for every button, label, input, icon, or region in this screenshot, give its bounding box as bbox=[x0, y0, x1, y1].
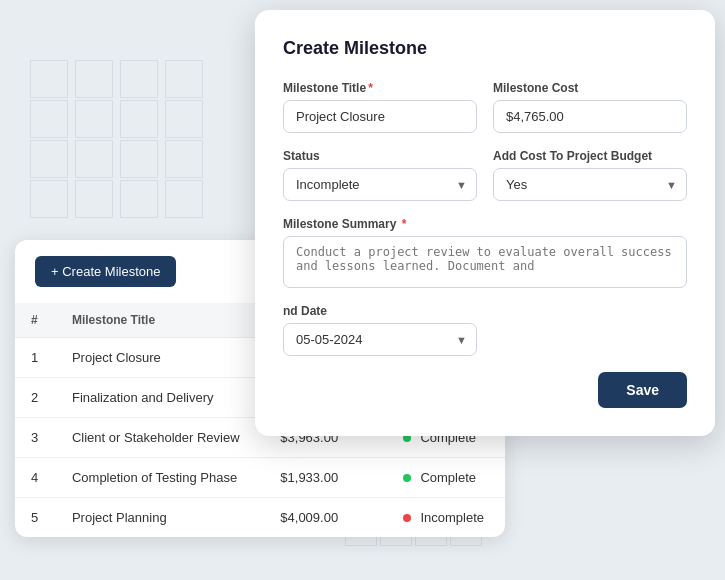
background-grid-top bbox=[30, 60, 210, 220]
row-num: 5 bbox=[15, 498, 56, 538]
row-title: Finalization and Delivery bbox=[56, 378, 264, 418]
form-row-2: Status Incomplete Complete ▼ Add Cost To… bbox=[283, 149, 687, 201]
col-title: Milestone Title bbox=[56, 303, 264, 338]
milestone-cost-group: Milestone Cost bbox=[493, 81, 687, 133]
modal-title: Create Milestone bbox=[283, 38, 687, 59]
status-dot bbox=[403, 514, 411, 522]
row-num: 1 bbox=[15, 338, 56, 378]
status-select-wrapper: Incomplete Complete ▼ bbox=[283, 168, 477, 201]
milestone-cost-input[interactable] bbox=[493, 100, 687, 133]
add-cost-select[interactable]: Yes No bbox=[493, 168, 687, 201]
row-title: Completion of Testing Phase bbox=[56, 458, 264, 498]
add-cost-group: Add Cost To Project Budget Yes No ▼ bbox=[493, 149, 687, 201]
status-label: Incomplete bbox=[420, 510, 484, 525]
row-cost: $4,009.00 bbox=[264, 498, 386, 538]
row-title: Project Closure bbox=[56, 338, 264, 378]
save-button[interactable]: Save bbox=[598, 372, 687, 408]
summary-group: Milestone Summary * bbox=[283, 217, 687, 288]
form-row-3: nd Date 05-05-2024 ▼ bbox=[283, 304, 687, 356]
create-milestone-modal: Create Milestone Milestone Title* Milest… bbox=[255, 10, 715, 436]
milestone-title-input[interactable] bbox=[283, 100, 477, 133]
row-num: 4 bbox=[15, 458, 56, 498]
table-row: 5 Project Planning $4,009.00 Incomplete bbox=[15, 498, 505, 538]
end-date-select-wrapper: 05-05-2024 ▼ bbox=[283, 323, 477, 356]
row-title: Client or Stakeholder Review bbox=[56, 418, 264, 458]
milestone-cost-label: Milestone Cost bbox=[493, 81, 687, 95]
row-title: Project Planning bbox=[56, 498, 264, 538]
table-row: 4 Completion of Testing Phase $1,933.00 … bbox=[15, 458, 505, 498]
modal-footer: Save bbox=[283, 372, 687, 408]
row-status: Incomplete bbox=[387, 498, 505, 538]
row-cost: $1,933.00 bbox=[264, 458, 386, 498]
milestone-title-group: Milestone Title* bbox=[283, 81, 477, 133]
add-cost-select-wrapper: Yes No ▼ bbox=[493, 168, 687, 201]
create-milestone-button[interactable]: + Create Milestone bbox=[35, 256, 176, 287]
summary-textarea[interactable] bbox=[283, 236, 687, 288]
status-group: Status Incomplete Complete ▼ bbox=[283, 149, 477, 201]
summary-label: Milestone Summary * bbox=[283, 217, 687, 231]
status-select[interactable]: Incomplete Complete bbox=[283, 168, 477, 201]
row-status: Complete bbox=[387, 458, 505, 498]
end-date-select[interactable]: 05-05-2024 bbox=[283, 323, 477, 356]
add-cost-label: Add Cost To Project Budget bbox=[493, 149, 687, 163]
end-date-group: nd Date 05-05-2024 ▼ bbox=[283, 304, 477, 356]
status-label: Status bbox=[283, 149, 477, 163]
row-num: 3 bbox=[15, 418, 56, 458]
milestone-title-label: Milestone Title* bbox=[283, 81, 477, 95]
form-row-1: Milestone Title* Milestone Cost bbox=[283, 81, 687, 133]
status-dot bbox=[403, 474, 411, 482]
end-date-label: nd Date bbox=[283, 304, 477, 318]
col-number: # bbox=[15, 303, 56, 338]
status-label: Complete bbox=[420, 470, 476, 485]
row-num: 2 bbox=[15, 378, 56, 418]
